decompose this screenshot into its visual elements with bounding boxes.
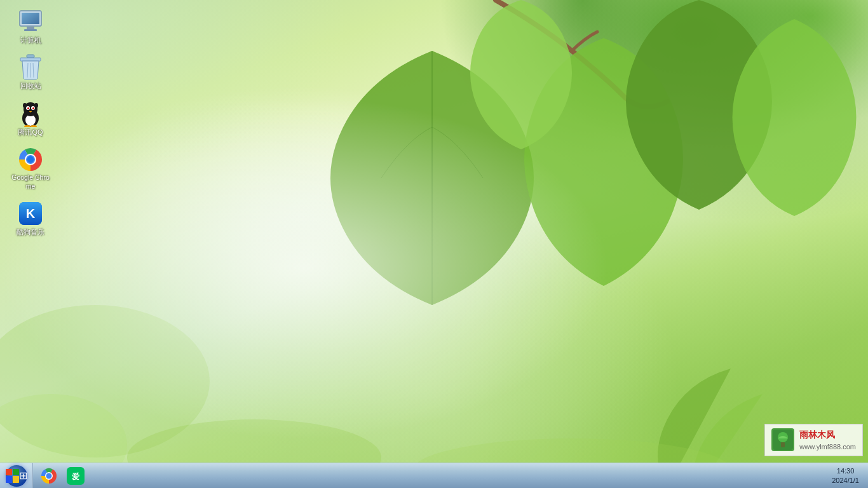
svg-rect-5: [0, 0, 868, 488]
watermark-logo-icon: [771, 428, 794, 451]
kuwo-icon-label: 酷狗音乐: [17, 227, 44, 236]
windows-flag-icon: [6, 469, 19, 483]
taskbar: 爱 14:30 2024/1/1: [0, 463, 868, 488]
computer-icon-label: 计算机: [20, 36, 41, 44]
taskbar-iqiyi-icon: 爱: [67, 467, 85, 485]
watermark-text: 雨林木风 www.ylmf888.com: [799, 428, 856, 452]
watermark-brand: 雨林木风: [799, 428, 856, 442]
taskbar-chrome-icon: [41, 468, 57, 484]
svg-rect-10: [24, 29, 37, 31]
qq-icon: [18, 101, 43, 126]
watermark: 雨林木风 www.ylmf888.com: [764, 424, 863, 457]
svg-rect-9: [27, 27, 34, 29]
tray-date-display: 2024/1/1: [832, 476, 859, 485]
recycle-icon-label: 回收站: [20, 81, 41, 90]
computer-icon: [18, 9, 43, 34]
recycle-icon: [18, 55, 43, 80]
kuwo-icon: K: [18, 201, 43, 226]
qq-icon-label: 腾讯QQ: [18, 128, 43, 137]
system-tray: 14:30 2024/1/1: [828, 463, 868, 489]
tray-time-display: 14:30: [832, 466, 859, 475]
watermark-url: www.ylmf888.com: [799, 442, 856, 452]
start-orb-icon: [6, 465, 27, 487]
svg-point-25: [23, 103, 27, 108]
svg-text:K: K: [26, 207, 36, 220]
chrome-icon: [18, 147, 43, 172]
wallpaper-leaves-svg: [0, 0, 868, 488]
desktop-icons-container: 计算机 回收站: [6, 6, 55, 239]
desktop-icon-qq[interactable]: 腾讯QQ: [6, 98, 55, 139]
start-button[interactable]: [0, 463, 33, 489]
desktop-icon-chrome[interactable]: Google Chrome: [6, 144, 55, 193]
desktop: 计算机 回收站: [0, 0, 868, 488]
svg-rect-11: [27, 55, 34, 58]
taskbar-items: 爱: [33, 463, 92, 489]
chrome-icon-label: Google Chrome: [9, 173, 52, 191]
svg-text:爱: 爱: [72, 472, 79, 481]
svg-point-26: [34, 103, 38, 108]
svg-point-22: [32, 107, 34, 109]
svg-rect-42: [781, 442, 785, 447]
taskbar-iqiyi-button[interactable]: 爱: [63, 464, 88, 487]
tray-clock[interactable]: 14:30 2024/1/1: [828, 466, 863, 485]
svg-rect-8: [22, 13, 39, 24]
svg-rect-12: [20, 58, 41, 61]
svg-point-37: [46, 473, 52, 478]
taskbar-chrome-button[interactable]: [36, 464, 62, 487]
desktop-icon-kuwo[interactable]: K 酷狗音乐: [6, 198, 55, 239]
desktop-icon-recycle[interactable]: 回收站: [6, 52, 55, 93]
svg-point-21: [27, 107, 29, 109]
desktop-icon-computer[interactable]: 计算机: [6, 6, 55, 47]
svg-point-31: [27, 156, 34, 163]
